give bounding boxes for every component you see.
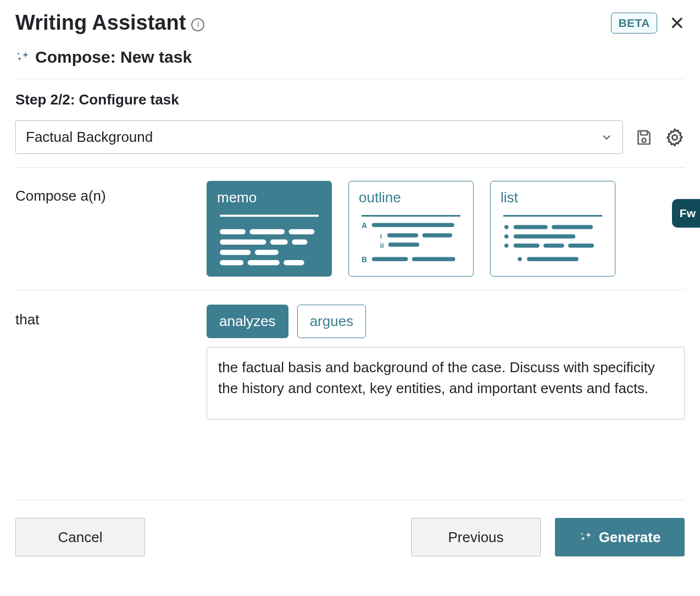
- svg-rect-5: [220, 229, 246, 234]
- list-preview-icon: [501, 212, 605, 268]
- svg-point-33: [504, 244, 508, 247]
- svg-rect-8: [220, 240, 266, 245]
- svg-rect-20: [387, 233, 418, 237]
- svg-rect-35: [543, 244, 564, 247]
- info-icon[interactable]: i: [191, 18, 204, 31]
- compose-subheader-label: Compose: New task: [35, 48, 192, 67]
- that-row: that analyzes argues: [15, 290, 685, 420]
- svg-rect-14: [248, 260, 280, 265]
- close-icon[interactable]: ✕: [669, 14, 685, 32]
- header-left: Writing Assistant i: [15, 11, 204, 35]
- gear-icon[interactable]: [665, 128, 685, 147]
- cancel-button[interactable]: Cancel: [15, 518, 145, 556]
- svg-point-3: [673, 135, 677, 140]
- compose-option-memo[interactable]: memo: [207, 181, 332, 277]
- sparkle-icon: [15, 50, 30, 64]
- svg-rect-23: [388, 242, 419, 246]
- that-chip-row: analyzes argues: [207, 305, 685, 338]
- svg-rect-15: [284, 260, 304, 265]
- svg-rect-1: [641, 131, 647, 135]
- svg-rect-9: [270, 240, 288, 245]
- svg-rect-25: [372, 257, 408, 261]
- compose-row: Compose a(n) memo outline: [15, 168, 685, 290]
- svg-point-2: [642, 138, 646, 142]
- svg-rect-18: [372, 223, 454, 227]
- svg-rect-26: [412, 257, 455, 261]
- step-label: Step 2/2: Configure task: [15, 91, 685, 108]
- svg-point-0: [18, 53, 19, 54]
- side-floating-tab[interactable]: Fw: [672, 199, 700, 228]
- svg-text:A: A: [362, 221, 367, 230]
- svg-rect-34: [514, 244, 540, 247]
- compose-option-outline[interactable]: outline A i ii B: [348, 181, 474, 277]
- compose-option-list[interactable]: list: [490, 181, 615, 277]
- svg-rect-38: [527, 257, 579, 261]
- header-right: BETA ✕: [611, 13, 685, 34]
- that-chip-analyzes[interactable]: analyzes: [207, 305, 288, 338]
- svg-rect-13: [220, 260, 243, 265]
- svg-text:ii: ii: [380, 242, 384, 250]
- svg-point-37: [518, 257, 521, 261]
- footer-right: Previous Generate: [411, 518, 685, 556]
- memo-preview-icon: [217, 212, 321, 268]
- that-label: that: [15, 305, 197, 420]
- footer: Cancel Previous Generate: [15, 500, 685, 556]
- task-select[interactable]: Factual Background: [15, 120, 623, 154]
- svg-rect-29: [514, 225, 548, 229]
- that-right: analyzes argues: [207, 305, 685, 420]
- svg-point-28: [504, 225, 508, 229]
- svg-rect-10: [292, 240, 307, 245]
- generate-button-label: Generate: [599, 529, 661, 546]
- svg-rect-7: [289, 229, 315, 234]
- previous-button[interactable]: Previous: [411, 518, 541, 556]
- svg-point-31: [504, 234, 508, 238]
- sparkle-icon: [579, 531, 592, 544]
- compose-option-memo-label: memo: [217, 189, 321, 206]
- that-description-textarea[interactable]: [207, 347, 685, 420]
- beta-badge: BETA: [611, 13, 657, 34]
- svg-rect-11: [220, 250, 251, 255]
- that-chip-argues[interactable]: argues: [297, 305, 366, 338]
- compose-subheader: Compose: New task: [15, 48, 685, 79]
- page-title: Writing Assistant: [15, 11, 186, 35]
- svg-rect-21: [423, 233, 452, 237]
- save-icon[interactable]: [634, 128, 654, 147]
- svg-rect-6: [249, 229, 285, 234]
- svg-rect-30: [552, 225, 593, 229]
- task-select-value: Factual Background: [26, 129, 153, 146]
- compose-option-outline-label: outline: [359, 189, 463, 206]
- compose-option-list-label: list: [501, 189, 605, 206]
- svg-rect-12: [255, 250, 279, 255]
- task-select-row: Factual Background: [15, 120, 685, 168]
- compose-label: Compose a(n): [15, 181, 197, 277]
- header: Writing Assistant i BETA ✕: [15, 11, 685, 35]
- outline-preview-icon: A i ii B: [359, 212, 463, 268]
- svg-rect-36: [568, 244, 594, 247]
- svg-point-39: [581, 533, 582, 535]
- compose-options: memo outline A: [207, 181, 685, 277]
- svg-text:i: i: [380, 233, 382, 240]
- svg-rect-32: [514, 234, 575, 238]
- chevron-down-icon: [601, 131, 613, 144]
- generate-button[interactable]: Generate: [555, 518, 685, 556]
- svg-text:B: B: [362, 255, 367, 264]
